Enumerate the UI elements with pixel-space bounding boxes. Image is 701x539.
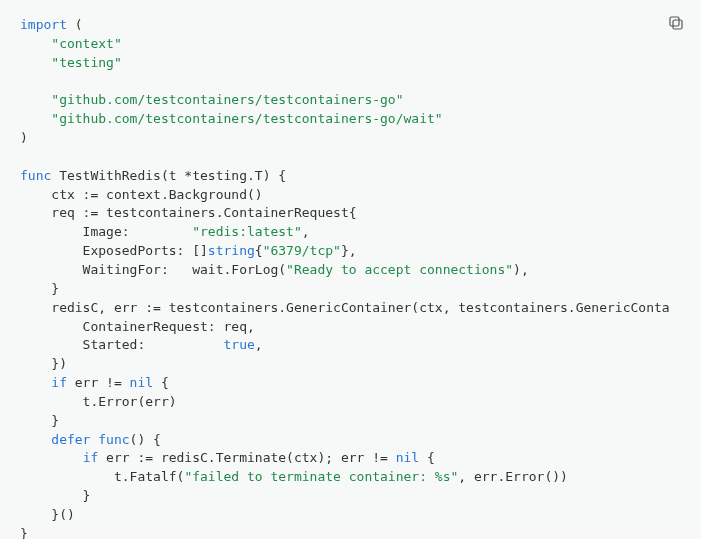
string-image: "redis:latest" — [192, 224, 302, 239]
text: } — [20, 281, 59, 296]
text: ( — [67, 17, 83, 32]
string-port: "6379/tcp" — [263, 243, 341, 258]
text: }) — [20, 356, 67, 371]
text: err := redisC.Terminate(ctx); err != — [98, 450, 395, 465]
text: () { — [130, 432, 161, 447]
text: }() — [20, 507, 75, 522]
string-wait: "github.com/testcontainers/testcontainer… — [51, 111, 442, 126]
text: } — [20, 488, 90, 503]
string-ready: "Ready to accept connections" — [286, 262, 513, 277]
text: redisC, err := testcontainers.GenericCon… — [20, 300, 670, 315]
string-fatal: "failed to terminate container: %s" — [184, 469, 458, 484]
text: , err.Error()) — [458, 469, 568, 484]
svg-rect-1 — [670, 17, 679, 26]
keyword-if: if — [51, 375, 67, 390]
text: ), — [513, 262, 529, 277]
text: t.Fatalf( — [20, 469, 184, 484]
keyword-func: func — [20, 168, 51, 183]
text: ) — [20, 130, 28, 145]
text: { — [153, 375, 169, 390]
text: ctx := context.Background() — [20, 187, 263, 202]
svg-rect-0 — [673, 20, 682, 29]
keyword-string: string — [208, 243, 255, 258]
string-tc: "github.com/testcontainers/testcontainer… — [51, 92, 403, 107]
string-testing: "testing" — [51, 55, 121, 70]
code-block: import ( "context" "testing" "github.com… — [0, 0, 701, 539]
keyword-func-inner: func — [98, 432, 129, 447]
text: { — [419, 450, 435, 465]
text: }, — [341, 243, 357, 258]
string-context: "context" — [51, 36, 121, 51]
text: t.Error(err) — [20, 394, 177, 409]
text: Image: — [20, 224, 192, 239]
keyword-nil: nil — [130, 375, 153, 390]
text: WaitingFor: wait.ForLog( — [20, 262, 286, 277]
text: ExposedPorts: [] — [20, 243, 208, 258]
keyword-if-inner: if — [83, 450, 99, 465]
keyword-defer: defer — [51, 432, 90, 447]
keyword-true: true — [224, 337, 255, 352]
text: Started: — [20, 337, 224, 352]
text: { — [255, 243, 263, 258]
text: req := testcontainers.ContainerRequest{ — [20, 205, 357, 220]
keyword-nil-inner: nil — [396, 450, 419, 465]
text: ContainerRequest: req, — [20, 319, 255, 334]
text: err != — [67, 375, 130, 390]
text: , — [302, 224, 310, 239]
text: } — [20, 526, 28, 539]
text: TestWithRedis(t *testing.T) { — [51, 168, 286, 183]
copy-button[interactable] — [667, 14, 685, 32]
keyword-import: import — [20, 17, 67, 32]
copy-icon — [667, 20, 685, 35]
text: , — [255, 337, 263, 352]
text: } — [20, 413, 59, 428]
